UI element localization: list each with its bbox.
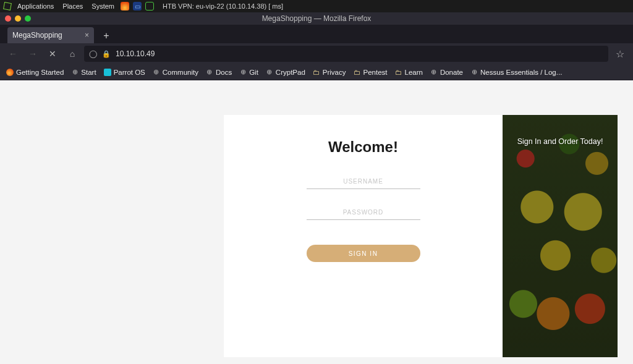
bookmark-folder-privacy[interactable]: 🗀Privacy [313,69,346,76]
globe-icon: ⊕ [206,69,213,76]
new-tab-button[interactable]: + [99,28,114,43]
browser-toolbar: ← → ✕ ⌂ ◯ 🔒 10.10.10.49 ☆ [0,43,633,64]
username-field[interactable] [307,172,420,189]
password-field[interactable] [307,203,420,220]
folder-icon: 🗀 [313,69,320,76]
window-title: MegaShopping — Mozilla Firefox [0,14,633,23]
globe-icon: ⊕ [153,69,160,76]
page-viewport: Welcome! SIGN IN Sign In and Order Today… [0,80,633,364]
signin-button[interactable]: SIGN IN [307,245,420,262]
bookmark-folder-learn[interactable]: 🗀Learn [395,69,423,76]
folder-icon: 🗀 [395,69,402,76]
bookmark-donate[interactable]: ⊕Donate [430,69,463,76]
tray-files-icon[interactable]: ▭ [133,2,142,11]
bookmark-star-icon[interactable]: ☆ [612,46,628,62]
page-heading: Welcome! [328,138,398,156]
folder-icon: 🗀 [354,69,361,76]
bookmark-docs[interactable]: ⊕Docs [206,69,232,76]
url-text: 10.10.10.49 [116,49,155,58]
menu-places[interactable]: Places [60,2,85,10]
tab-label: MegaShopping [12,31,62,40]
vpn-status: HTB VPN: eu-vip-22 (10.10.14.38) [ ms] [163,2,283,10]
globe-icon: ⊕ [266,69,273,76]
window-titlebar: MegaShopping — Mozilla Firefox [0,12,633,25]
bookmark-cryptpad[interactable]: ⊕CryptPad [266,69,305,76]
bookmarks-toolbar: Getting Started ⊕Start Parrot OS ⊕Commun… [0,64,633,80]
parrot-icon [104,69,111,76]
globe-icon: ⊕ [470,69,478,76]
tray-terminal-icon[interactable] [145,2,154,11]
firefox-icon [6,69,14,76]
login-form-panel: Welcome! SIGN IN [224,115,503,357]
tray-firefox-icon[interactable] [121,2,129,11]
insecure-lock-icon[interactable]: 🔒 [102,50,111,58]
menu-system[interactable]: System [89,2,117,10]
menu-applications[interactable]: Applications [15,2,56,10]
bookmark-git[interactable]: ⊕Git [239,69,258,76]
tab-close-icon[interactable]: × [85,31,89,40]
distro-logo-icon [3,2,12,11]
stop-reload-button[interactable]: ✕ [45,46,61,62]
tab-strip: MegaShopping × + [0,25,633,43]
bookmark-nessus[interactable]: ⊕Nessus Essentials / Log... [470,69,562,76]
login-card: Welcome! SIGN IN Sign In and Order Today… [224,115,618,357]
forward-button[interactable]: → [25,46,41,62]
tab-megashopping[interactable]: MegaShopping × [7,27,94,43]
bookmark-parrot-os[interactable]: Parrot OS [104,69,145,76]
os-top-panel: Applications Places System ▭ HTB VPN: eu… [0,0,633,12]
promo-panel: Sign In and Order Today! [503,115,618,357]
globe-icon: ⊕ [239,69,247,76]
address-bar[interactable]: ◯ 🔒 10.10.10.49 [84,46,608,62]
promo-text: Sign In and Order Today! [517,137,603,357]
globe-icon: ⊕ [71,69,79,76]
bookmark-community[interactable]: ⊕Community [153,69,198,76]
tracking-shield-icon[interactable]: ◯ [89,49,97,58]
bookmark-getting-started[interactable]: Getting Started [6,69,64,76]
bookmark-start[interactable]: ⊕Start [71,69,96,76]
home-button[interactable]: ⌂ [64,46,80,62]
back-button[interactable]: ← [5,46,21,62]
globe-icon: ⊕ [430,69,438,76]
bookmark-folder-pentest[interactable]: 🗀Pentest [354,69,388,76]
